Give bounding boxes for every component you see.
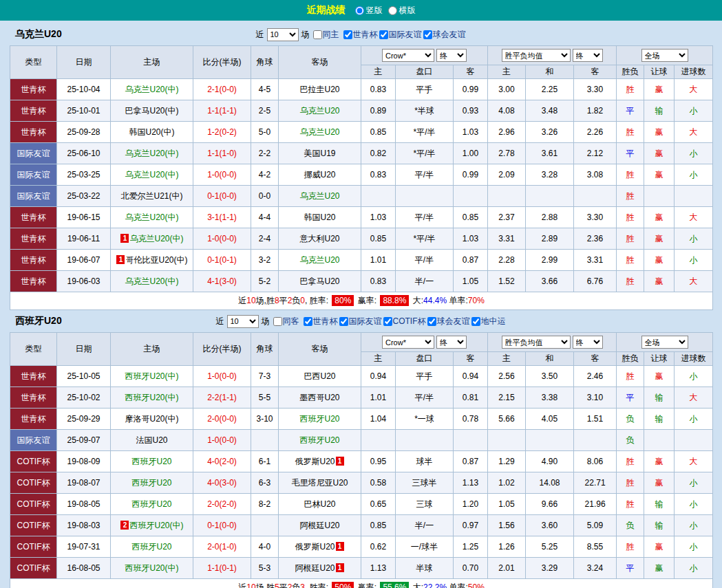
euro-away-cell: 2.12 (574, 143, 617, 164)
euro-home-cell: 2.09 (488, 164, 526, 186)
competition-checkbox[interactable] (379, 30, 388, 39)
col-date: 日期 (57, 333, 111, 366)
result-cell: 胜 (617, 271, 644, 292)
competition-filter-label: 球会友谊 (433, 29, 466, 41)
home-team-cell: 西班牙U20 (111, 536, 193, 558)
competition-filter[interactable]: 地中运 (471, 316, 506, 327)
odds-away-cell: 0.87 (454, 250, 488, 271)
same-venue-filter[interactable]: 同主 (313, 29, 339, 41)
scope-select[interactable]: 全场 (641, 49, 688, 62)
result-cell: 负 (617, 515, 644, 536)
match-row: COTIF杯16-08-05西班牙U20(中)1-1(0-1)5-3阿根廷U20… (10, 558, 713, 579)
competition-filter[interactable]: COTIF杯 (383, 316, 426, 327)
euro-home-cell: 2.56 (488, 366, 526, 387)
odds-state-select[interactable]: 终 (436, 336, 467, 349)
date-cell: 19-08-03 (57, 515, 111, 536)
team-label: 乌克兰U20(中) (129, 234, 183, 243)
competition-cell: 世青杯 (10, 409, 57, 430)
handicap-cell: *平/半 (396, 122, 454, 143)
euro-state-select[interactable]: 终 (573, 49, 603, 62)
competition-checkbox[interactable] (471, 317, 480, 326)
let-result-cell: 赢 (644, 79, 675, 100)
score-cell: 2-0(0-0) (193, 409, 251, 430)
euro-draw-cell: 4.90 (526, 451, 574, 472)
handicap-cell: 平/半 (396, 207, 454, 228)
col-handicap: 盘口 (396, 65, 454, 79)
euro-state-select[interactable]: 终 (573, 336, 603, 349)
odds-home-cell: 0.65 (361, 494, 396, 515)
layout-option-horizontal-label: 横版 (399, 5, 416, 17)
euro-odds-select[interactable]: 胜平负均值 (502, 336, 571, 349)
competition-cell: 国际友谊 (10, 430, 57, 451)
away-team-cell: 阿根廷U20 (279, 515, 361, 536)
col-score: 比分(半场) (193, 46, 251, 79)
odds-state-select[interactable]: 终 (436, 49, 467, 62)
competition-checkbox[interactable] (383, 317, 392, 326)
home-team-cell: 乌克兰U20(中) (111, 207, 193, 228)
scope-select[interactable]: 全场 (641, 336, 688, 349)
result-cell: 胜 (617, 228, 644, 250)
result-cell: 胜 (617, 122, 644, 143)
col-goals: 进球数 (675, 352, 713, 366)
same-venue-filter[interactable]: 同客 (273, 316, 299, 327)
col-type: 类型 (10, 46, 57, 79)
match-row: COTIF杯19-08-032西班牙U20(中)0-1(0-0)阿根廷U200.… (10, 515, 713, 536)
result-cell: 平 (617, 100, 644, 122)
competition-filter[interactable]: 国际友谊 (339, 316, 382, 327)
score-cell: 1-1(0-1) (193, 558, 251, 579)
competition-cell: COTIF杯 (10, 536, 57, 558)
col-handicap: 盘口 (396, 352, 454, 366)
same-venue-checkbox[interactable] (273, 317, 282, 326)
match-count-select[interactable]: 10 (227, 315, 259, 328)
competition-filter[interactable]: 球会友谊 (423, 29, 466, 41)
home-team-cell: 巴拿马U20(中) (111, 100, 193, 122)
competition-filter[interactable]: 世青杯 (304, 316, 338, 327)
layout-radio-horizontal[interactable] (388, 6, 397, 15)
let-result-cell: 赢 (644, 536, 675, 558)
euro-draw-cell (526, 430, 574, 451)
team-label: 西班牙U20 (131, 457, 171, 466)
competition-filter[interactable]: 世青杯 (343, 29, 378, 41)
competition-checkbox[interactable] (427, 317, 436, 326)
away-team-cell: 巴拿马U20 (279, 271, 361, 292)
corner-cell: 2-2 (251, 143, 279, 164)
away-team-cell: 乌克兰U20 (279, 250, 361, 271)
competition-filter[interactable]: 球会友谊 (427, 316, 470, 327)
scope-header: 全场 (617, 46, 713, 65)
goals-result-cell: 大 (675, 207, 713, 228)
goals-result-cell: 小 (675, 164, 713, 186)
away-team-cell: 阿根廷U201 (279, 558, 361, 579)
team-label: 乌克兰U20(中) (125, 213, 178, 222)
goals-result-cell (675, 186, 713, 207)
team-label: 乌克兰U20(中) (125, 276, 178, 286)
match-count-select[interactable]: 10 (267, 28, 299, 41)
odds-away-cell: 0.70 (454, 558, 488, 579)
goals-result-cell: 大 (675, 79, 713, 100)
competition-checkbox[interactable] (423, 30, 432, 39)
team-label: 西班牙U20(中) (125, 371, 178, 381)
match-row: 国际友谊25-06-10乌克兰U20(中)1-1(1-0)2-2美国U190.8… (10, 143, 713, 164)
summary-segment: 单率: (447, 582, 468, 588)
competition-checkbox[interactable] (339, 317, 348, 326)
same-venue-checkbox[interactable] (313, 30, 322, 39)
team-label: 西班牙U20(中) (129, 521, 183, 530)
away-team-cell: 毛里塔尼亚U20 (279, 472, 361, 494)
col-let: 让球 (644, 352, 675, 366)
odds-away-cell: 1.00 (454, 143, 488, 164)
layout-option-horizontal[interactable]: 横版 (388, 5, 416, 17)
layout-radio-vertical[interactable] (355, 6, 364, 15)
red-card-badge: 1 (336, 542, 344, 551)
odds-company-select[interactable]: Crow* (382, 49, 434, 62)
match-row: COTIF杯19-07-31西班牙U202-0(1-0)4-0俄罗斯U2010.… (10, 536, 713, 558)
result-cell: 胜 (617, 79, 644, 100)
euro-home-cell: 1.26 (488, 536, 526, 558)
competition-checkbox[interactable] (304, 317, 312, 326)
odds-company-select[interactable]: Crow* (382, 336, 434, 349)
handicap-cell: *平/半 (396, 143, 454, 164)
competition-cell: 世青杯 (10, 122, 57, 143)
layout-option-vertical[interactable]: 竖版 (355, 5, 383, 17)
competition-filter[interactable]: 国际友谊 (379, 29, 422, 41)
euro-odds-select[interactable]: 胜平负均值 (502, 49, 571, 62)
competition-checkbox[interactable] (343, 30, 352, 39)
home-team-cell: 摩洛哥U20(中) (111, 409, 193, 430)
